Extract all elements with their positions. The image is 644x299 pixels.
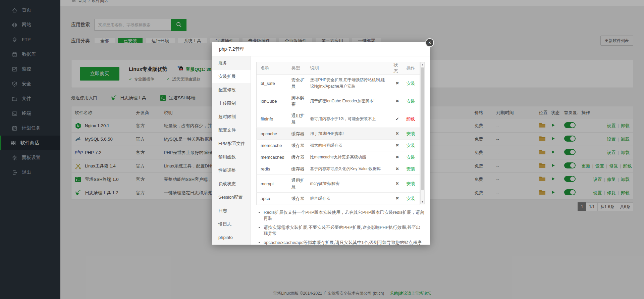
close-icon[interactable]: × <box>425 38 434 47</box>
ext-name-cell: bt_safe <box>257 74 289 92</box>
modal-tab-disabled-functions[interactable]: 禁用函数 <box>212 150 251 164</box>
ext-description-cell: 强大的内容缓存器 <box>308 140 391 151</box>
ext-type-cell: 缓存器 <box>289 140 308 151</box>
ext-name-cell: memcache <box>257 140 289 151</box>
ext-name-cell: mcrypt <box>257 175 289 193</box>
extension-note-0: Redis扩展仅支持一个PHP版本安装使用，若在其它PHP版本已安装redis扩… <box>264 209 425 221</box>
ext-status-cell: ✔ <box>391 110 404 128</box>
modal-tab-install-ext[interactable]: 安装扩展 <box>212 70 251 83</box>
ext-name-cell: imagemagick <box>257 204 289 205</box>
install-link-ionCube[interactable]: 安装 <box>407 99 415 104</box>
ext-status-cell: ✖ <box>391 140 404 151</box>
install-link-redis[interactable]: 安装 <box>407 166 415 171</box>
ext-status-cell: ✖ <box>391 163 404 175</box>
ext-description-cell: 比memcache支持更多高级功能 <box>308 151 391 163</box>
ext-description-cell: 基于内存亦可持久化的Key-Value数据库 <box>308 163 391 175</box>
install-link-mcrypt[interactable]: 安装 <box>407 181 415 186</box>
ext-status-cell: ✖ <box>391 204 404 205</box>
extension-header-row: 名称类型说明状态操作 <box>257 62 420 74</box>
ext-name-cell: ionCube <box>257 92 289 110</box>
modal-tab-upload-limit[interactable]: 上传限制 <box>212 97 251 110</box>
modal-tab-phpinfo[interactable]: phpinfo <box>212 231 251 244</box>
modal-title: php-7.2管理 <box>212 42 430 56</box>
ext-action-cell: 安装 <box>404 204 420 205</box>
ext-type-cell: 缓存器 <box>289 163 308 175</box>
ext-action-cell: 安装 <box>404 92 420 110</box>
uninstall-link-fileinfo[interactable]: 卸载 <box>407 116 415 121</box>
ext-type-cell: 通用扩展 <box>289 204 308 205</box>
column-header: 状态 <box>391 62 404 74</box>
ext-status-cell: ✖ <box>391 74 404 92</box>
ext-description-cell: 用于加速PHP脚本! <box>308 128 391 140</box>
ext-action-cell: 安装 <box>404 128 420 140</box>
modal-tab-log[interactable]: 日志 <box>212 204 251 217</box>
extension-note-1: 请按实际需求安装扩展,不要安装不必要的PHP扩展,这会影响PHP执行效率,甚至出… <box>264 225 425 237</box>
extension-table: 名称类型说明状态操作 bt_safe安全扩展堡塔PHP安全扩展,用于增强防跨站机… <box>256 62 420 205</box>
ext-name-cell: redis <box>257 163 289 175</box>
modal-content: 名称类型说明状态操作 bt_safe安全扩展堡塔PHP安全扩展,用于增强防跨站机… <box>251 56 430 245</box>
status-not-installed-icon: ✖ <box>395 99 399 103</box>
ext-name-cell: memcached <box>257 151 289 163</box>
column-header: 名称 <box>257 62 289 74</box>
status-not-installed-icon: ✖ <box>395 166 399 171</box>
ext-type-cell: 缓存器 <box>289 193 308 204</box>
modal-tab-fpm-config[interactable]: FPM配置文件 <box>212 137 251 150</box>
ext-description-cell: 堡塔PHP安全扩展,用于增强防跨站机制,建议Nginx/Apache用户安装 <box>308 74 391 92</box>
ext-name-cell: fileinfo <box>257 110 289 128</box>
ext-row-bt_safe: bt_safe安全扩展堡塔PHP安全扩展,用于增强防跨站机制,建议Nginx/A… <box>257 74 420 92</box>
modal-tab-list: 服务安装扩展配置修改上传限制超时限制配置文件FPM配置文件禁用函数性能调整负载状… <box>212 56 251 245</box>
column-header: 类型 <box>289 62 308 74</box>
modal-tab-session-config[interactable]: Session配置 <box>212 191 251 204</box>
scrollbar-up-icon[interactable]: ▲ <box>421 62 424 67</box>
modal-tab-load-status[interactable]: 负载状态 <box>212 177 251 191</box>
ext-row-imagemagick: imagemagick通用扩展Imagick高性能图形库✖安装 <box>257 204 420 205</box>
status-not-installed-icon: ✖ <box>395 181 399 186</box>
modal-body: 服务安装扩展配置修改上传限制超时限制配置文件FPM配置文件禁用函数性能调整负载状… <box>212 56 430 245</box>
ext-description-cell: 用于解密ionCube Encoder加密脚本! <box>308 92 391 110</box>
scrollbar[interactable]: ▲ ▼ <box>420 62 425 204</box>
install-link-memcache[interactable]: 安装 <box>407 143 415 148</box>
ext-row-apcu: apcu缓存器脚本缓存器✖安装 <box>257 193 420 204</box>
install-link-bt_safe[interactable]: 安装 <box>407 81 415 86</box>
ext-row-redis: redis缓存器基于内存亦可持久化的Key-Value数据库✖安装 <box>257 163 420 175</box>
ext-row-memcache: memcache缓存器强大的内容缓存器✖安装 <box>257 140 420 151</box>
status-installed-icon: ✔ <box>395 116 399 121</box>
ext-type-cell: 安全扩展 <box>289 74 308 92</box>
install-link-apcu[interactable]: 安装 <box>407 196 415 201</box>
ext-status-cell: ✖ <box>391 128 404 140</box>
ext-action-cell: 安装 <box>404 74 420 92</box>
install-link-opcache[interactable]: 安装 <box>407 131 415 136</box>
column-header: 说明 <box>308 62 391 74</box>
modal-tab-service[interactable]: 服务 <box>212 56 251 70</box>
status-not-installed-icon: ✖ <box>395 155 399 159</box>
scrollbar-down-icon[interactable]: ▼ <box>421 200 424 204</box>
extension-note-2: opcache/xcache/apc等脚本缓存扩展,请只安装其中1个,否则可能导… <box>264 240 425 245</box>
ext-type-cell: 通用扩展 <box>289 110 308 128</box>
ext-description-cell: 若可用内存小于1G，可能会安装不上 <box>308 110 391 128</box>
php-manage-modal: × php-7.2管理 服务安装扩展配置修改上传限制超时限制配置文件FPM配置文… <box>212 42 430 245</box>
ext-action-cell: 安装 <box>404 140 420 151</box>
ext-name-cell: opcache <box>257 128 289 140</box>
modal-tab-config-modify[interactable]: 配置修改 <box>212 83 251 97</box>
ext-status-cell: ✖ <box>391 92 404 110</box>
ext-type-cell: 缓存器 <box>289 151 308 163</box>
scrollbar-thumb[interactable] <box>421 67 424 190</box>
ext-description-cell: 脚本缓存器 <box>308 193 391 204</box>
ext-description-cell: mcrypt加密/解密 <box>308 175 391 193</box>
ext-row-ionCube: ionCube脚本解密用于解密ionCube Encoder加密脚本!✖安装 <box>257 92 420 110</box>
modal-tab-config-file[interactable]: 配置文件 <box>212 123 251 137</box>
ext-row-fileinfo: fileinfo通用扩展若可用内存小于1G，可能会安装不上✔卸载 <box>257 110 420 128</box>
ext-action-cell: 安装 <box>404 151 420 163</box>
column-header: 操作 <box>404 62 420 74</box>
modal-tab-slow-log[interactable]: 慢日志 <box>212 217 251 231</box>
install-link-memcached[interactable]: 安装 <box>407 155 415 160</box>
modal-tab-performance[interactable]: 性能调整 <box>212 164 251 177</box>
ext-type-cell: 缓存器 <box>289 128 308 140</box>
extension-table-wrap: 名称类型说明状态操作 bt_safe安全扩展堡塔PHP安全扩展,用于增强防跨站机… <box>256 62 425 205</box>
ext-status-cell: ✖ <box>391 175 404 193</box>
ext-type-cell: 脚本解密 <box>289 92 308 110</box>
ext-action-cell: 卸载 <box>404 110 420 128</box>
ext-description-cell: Imagick高性能图形库 <box>308 204 391 205</box>
modal-tab-timeout-limit[interactable]: 超时限制 <box>212 110 251 123</box>
app-root: 首页网站FTP数据库监控安全文件终端计划任务软件商店面板设置退出 首页 / 软件… <box>0 0 644 299</box>
